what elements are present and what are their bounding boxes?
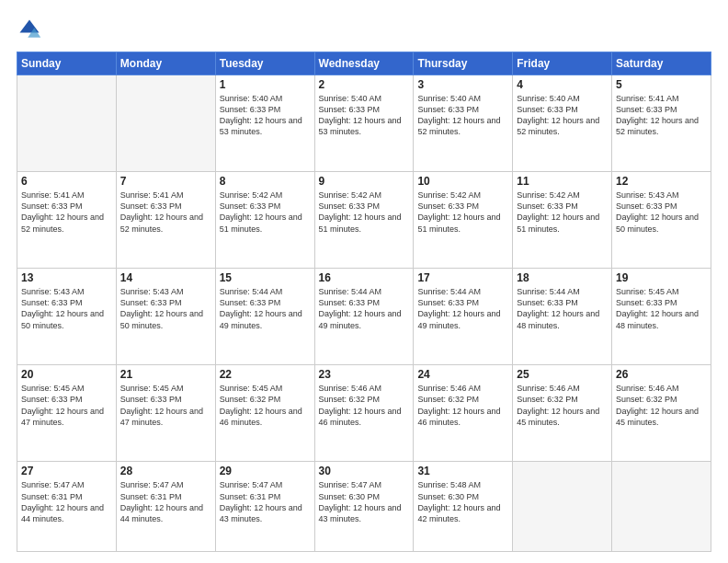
day-number: 13 <box>21 271 112 284</box>
day-number: 23 <box>319 368 410 381</box>
day-number: 17 <box>417 271 508 284</box>
day-cell: 15Sunrise: 5:44 AM Sunset: 6:33 PM Dayli… <box>215 269 314 365</box>
calendar-table: SundayMondayTuesdayWednesdayThursdayFrid… <box>17 52 711 552</box>
day-info: Sunrise: 5:44 AM Sunset: 6:33 PM Dayligh… <box>319 286 410 331</box>
day-info: Sunrise: 5:43 AM Sunset: 6:33 PM Dayligh… <box>616 190 707 235</box>
day-cell: 16Sunrise: 5:44 AM Sunset: 6:33 PM Dayli… <box>314 269 414 365</box>
day-cell: 11Sunrise: 5:42 AM Sunset: 6:33 PM Dayli… <box>513 172 612 269</box>
week-row-3: 13Sunrise: 5:43 AM Sunset: 6:33 PM Dayli… <box>17 269 711 365</box>
week-row-4: 20Sunrise: 5:45 AM Sunset: 6:33 PM Dayli… <box>17 365 711 462</box>
week-row-5: 27Sunrise: 5:47 AM Sunset: 6:31 PM Dayli… <box>17 462 711 552</box>
day-info: Sunrise: 5:47 AM Sunset: 6:31 PM Dayligh… <box>120 479 211 524</box>
day-number: 18 <box>517 271 608 284</box>
day-cell: 30Sunrise: 5:47 AM Sunset: 6:30 PM Dayli… <box>314 462 414 552</box>
day-cell: 4Sunrise: 5:40 AM Sunset: 6:33 PM Daylig… <box>513 75 612 172</box>
day-info: Sunrise: 5:43 AM Sunset: 6:33 PM Dayligh… <box>21 286 112 331</box>
day-info: Sunrise: 5:42 AM Sunset: 6:33 PM Dayligh… <box>220 190 311 235</box>
week-row-1: 1Sunrise: 5:40 AM Sunset: 6:33 PM Daylig… <box>17 75 711 172</box>
day-cell: 24Sunrise: 5:46 AM Sunset: 6:32 PM Dayli… <box>414 365 513 462</box>
day-number: 28 <box>120 465 211 477</box>
weekday-header-friday: Friday <box>513 52 612 75</box>
day-info: Sunrise: 5:41 AM Sunset: 6:33 PM Dayligh… <box>21 190 112 235</box>
day-info: Sunrise: 5:47 AM Sunset: 6:31 PM Dayligh… <box>220 479 311 524</box>
day-info: Sunrise: 5:44 AM Sunset: 6:33 PM Dayligh… <box>517 286 608 331</box>
day-info: Sunrise: 5:46 AM Sunset: 6:32 PM Dayligh… <box>319 383 410 428</box>
day-cell <box>116 75 215 172</box>
day-cell: 22Sunrise: 5:45 AM Sunset: 6:32 PM Dayli… <box>215 365 314 462</box>
day-number: 9 <box>319 175 410 188</box>
day-cell: 28Sunrise: 5:47 AM Sunset: 6:31 PM Dayli… <box>116 462 215 552</box>
day-number: 4 <box>517 78 608 91</box>
weekday-header-saturday: Saturday <box>612 52 711 75</box>
page: SundayMondayTuesdayWednesdayThursdayFrid… <box>0 0 728 563</box>
day-number: 12 <box>616 175 707 188</box>
day-info: Sunrise: 5:40 AM Sunset: 6:33 PM Dayligh… <box>517 93 608 138</box>
day-info: Sunrise: 5:41 AM Sunset: 6:33 PM Dayligh… <box>616 93 707 138</box>
day-info: Sunrise: 5:42 AM Sunset: 6:33 PM Dayligh… <box>517 190 608 235</box>
day-cell: 20Sunrise: 5:45 AM Sunset: 6:33 PM Dayli… <box>17 365 117 462</box>
day-number: 15 <box>220 271 311 284</box>
day-cell <box>513 462 612 552</box>
day-info: Sunrise: 5:44 AM Sunset: 6:33 PM Dayligh… <box>220 286 311 331</box>
day-number: 30 <box>319 465 410 477</box>
day-info: Sunrise: 5:40 AM Sunset: 6:33 PM Dayligh… <box>417 93 508 138</box>
day-cell: 5Sunrise: 5:41 AM Sunset: 6:33 PM Daylig… <box>612 75 711 172</box>
day-cell: 14Sunrise: 5:43 AM Sunset: 6:33 PM Dayli… <box>116 269 215 365</box>
day-cell: 18Sunrise: 5:44 AM Sunset: 6:33 PM Dayli… <box>513 269 612 365</box>
weekday-header-sunday: Sunday <box>17 52 117 75</box>
day-cell: 6Sunrise: 5:41 AM Sunset: 6:33 PM Daylig… <box>17 172 117 269</box>
day-cell: 2Sunrise: 5:40 AM Sunset: 6:33 PM Daylig… <box>314 75 414 172</box>
day-number: 6 <box>21 175 112 188</box>
day-cell: 12Sunrise: 5:43 AM Sunset: 6:33 PM Dayli… <box>612 172 711 269</box>
day-number: 26 <box>616 368 707 381</box>
day-cell: 7Sunrise: 5:41 AM Sunset: 6:33 PM Daylig… <box>116 172 215 269</box>
day-number: 11 <box>517 175 608 188</box>
day-number: 8 <box>220 175 311 188</box>
day-cell: 1Sunrise: 5:40 AM Sunset: 6:33 PM Daylig… <box>215 75 314 172</box>
day-number: 7 <box>120 175 211 188</box>
day-cell: 23Sunrise: 5:46 AM Sunset: 6:32 PM Dayli… <box>314 365 414 462</box>
day-cell: 19Sunrise: 5:45 AM Sunset: 6:33 PM Dayli… <box>612 269 711 365</box>
day-info: Sunrise: 5:46 AM Sunset: 6:32 PM Dayligh… <box>517 383 608 428</box>
day-number: 2 <box>319 78 410 91</box>
day-number: 5 <box>616 78 707 91</box>
day-cell: 29Sunrise: 5:47 AM Sunset: 6:31 PM Dayli… <box>215 462 314 552</box>
day-info: Sunrise: 5:46 AM Sunset: 6:32 PM Dayligh… <box>616 383 707 428</box>
day-cell: 10Sunrise: 5:42 AM Sunset: 6:33 PM Dayli… <box>414 172 513 269</box>
day-number: 20 <box>21 368 112 381</box>
weekday-header-row: SundayMondayTuesdayWednesdayThursdayFrid… <box>17 52 711 75</box>
day-info: Sunrise: 5:45 AM Sunset: 6:33 PM Dayligh… <box>616 286 707 331</box>
logo-icon <box>17 17 42 42</box>
day-info: Sunrise: 5:43 AM Sunset: 6:33 PM Dayligh… <box>120 286 211 331</box>
day-number: 14 <box>120 271 211 284</box>
day-info: Sunrise: 5:45 AM Sunset: 6:33 PM Dayligh… <box>120 383 211 428</box>
day-cell: 31Sunrise: 5:48 AM Sunset: 6:30 PM Dayli… <box>414 462 513 552</box>
weekday-header-wednesday: Wednesday <box>314 52 414 75</box>
day-number: 21 <box>120 368 211 381</box>
weekday-header-monday: Monday <box>116 52 215 75</box>
day-number: 10 <box>417 175 508 188</box>
day-cell: 25Sunrise: 5:46 AM Sunset: 6:32 PM Dayli… <box>513 365 612 462</box>
day-info: Sunrise: 5:46 AM Sunset: 6:32 PM Dayligh… <box>417 383 508 428</box>
week-row-2: 6Sunrise: 5:41 AM Sunset: 6:33 PM Daylig… <box>17 172 711 269</box>
day-number: 16 <box>319 271 410 284</box>
day-info: Sunrise: 5:41 AM Sunset: 6:33 PM Dayligh… <box>120 190 211 235</box>
day-cell <box>612 462 711 552</box>
day-cell: 21Sunrise: 5:45 AM Sunset: 6:33 PM Dayli… <box>116 365 215 462</box>
day-number: 31 <box>417 465 508 477</box>
day-cell: 27Sunrise: 5:47 AM Sunset: 6:31 PM Dayli… <box>17 462 117 552</box>
day-info: Sunrise: 5:47 AM Sunset: 6:30 PM Dayligh… <box>319 479 410 524</box>
day-info: Sunrise: 5:45 AM Sunset: 6:32 PM Dayligh… <box>220 383 311 428</box>
day-number: 24 <box>417 368 508 381</box>
day-cell: 13Sunrise: 5:43 AM Sunset: 6:33 PM Dayli… <box>17 269 117 365</box>
weekday-header-thursday: Thursday <box>414 52 513 75</box>
day-info: Sunrise: 5:47 AM Sunset: 6:31 PM Dayligh… <box>21 479 112 524</box>
day-info: Sunrise: 5:42 AM Sunset: 6:33 PM Dayligh… <box>417 190 508 235</box>
header <box>17 17 711 42</box>
day-info: Sunrise: 5:45 AM Sunset: 6:33 PM Dayligh… <box>21 383 112 428</box>
day-cell: 9Sunrise: 5:42 AM Sunset: 6:33 PM Daylig… <box>314 172 414 269</box>
day-number: 22 <box>220 368 311 381</box>
day-info: Sunrise: 5:40 AM Sunset: 6:33 PM Dayligh… <box>220 93 311 138</box>
day-info: Sunrise: 5:48 AM Sunset: 6:30 PM Dayligh… <box>417 479 508 524</box>
day-info: Sunrise: 5:40 AM Sunset: 6:33 PM Dayligh… <box>319 93 410 138</box>
